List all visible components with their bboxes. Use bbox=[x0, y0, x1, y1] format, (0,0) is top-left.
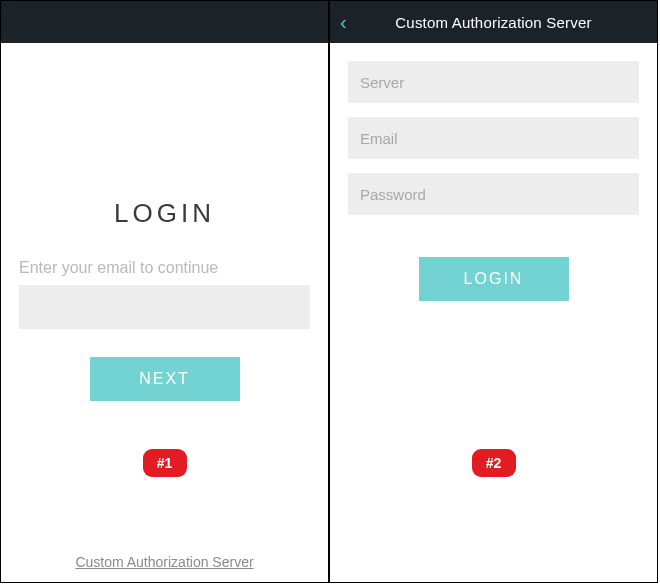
header-bar bbox=[1, 1, 328, 43]
login-button[interactable]: LOGIN bbox=[419, 257, 569, 301]
server-input[interactable] bbox=[348, 61, 639, 103]
email-input[interactable] bbox=[348, 117, 639, 159]
login-title: LOGIN bbox=[19, 198, 310, 229]
email-input[interactable] bbox=[19, 285, 310, 329]
custom-auth-screen: ‹ Custom Authorization Server LOGIN #2 bbox=[329, 0, 658, 583]
page-title: Custom Authorization Server bbox=[395, 14, 591, 31]
chevron-back-icon[interactable]: ‹ bbox=[340, 12, 347, 32]
annotation-badge-1: #1 bbox=[143, 449, 187, 477]
annotation-badge-2: #2 bbox=[472, 449, 516, 477]
custom-auth-link[interactable]: Custom Authorization Server bbox=[1, 554, 328, 570]
header-bar: ‹ Custom Authorization Server bbox=[330, 1, 657, 43]
login-screen: LOGIN Enter your email to continue NEXT … bbox=[0, 0, 329, 583]
next-button[interactable]: NEXT bbox=[90, 357, 240, 401]
login-body: LOGIN Enter your email to continue NEXT … bbox=[1, 43, 328, 582]
email-prompt-label: Enter your email to continue bbox=[19, 259, 310, 277]
auth-form: LOGIN bbox=[348, 43, 639, 301]
password-input[interactable] bbox=[348, 173, 639, 215]
custom-auth-body: LOGIN #2 bbox=[330, 43, 657, 582]
